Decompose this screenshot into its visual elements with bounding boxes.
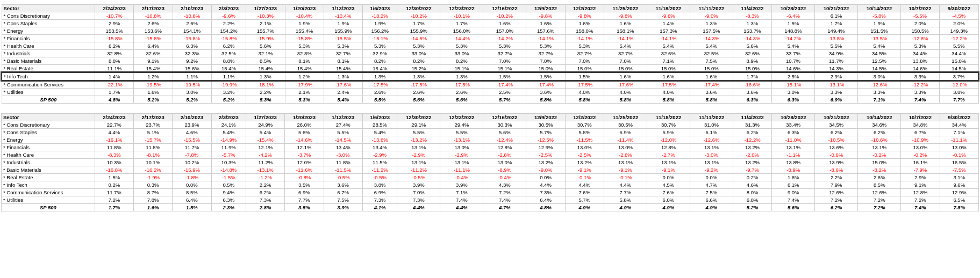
cell-value: 27.4% bbox=[324, 121, 362, 129]
cell-value: -11.5% bbox=[565, 136, 604, 144]
cell-value: 7.4% bbox=[483, 196, 526, 204]
sector-name: * Financials bbox=[2, 35, 95, 42]
cell-value: -0.5% bbox=[324, 174, 362, 181]
cell-value: -6.4% bbox=[772, 12, 815, 20]
cell-value: 6.3% bbox=[211, 196, 246, 204]
cell-value: 11.7% bbox=[173, 144, 211, 151]
cell-value: 6.2% bbox=[211, 42, 246, 50]
cell-value: 1.3% bbox=[246, 72, 285, 81]
cell-value: -12.6% bbox=[900, 35, 939, 42]
cell-value: 3.6% bbox=[690, 89, 733, 96]
cell-value: 13.4% bbox=[324, 144, 362, 151]
table-row: * Cons Staples4.4%5.1%4.6%5.4%5.4%5.6%5.… bbox=[2, 129, 979, 136]
sp500-row: SP 5001.7%1.6%1.5%2.3%2.8%3.5%3.9%4.1%4.… bbox=[2, 204, 979, 211]
cell-value: 16.5% bbox=[940, 159, 978, 166]
sector-name: * Cons Staples bbox=[2, 20, 95, 27]
cell-value: 15.0% bbox=[858, 159, 901, 166]
cell-value: -12.5% bbox=[526, 136, 565, 144]
cell-value: 32.7% bbox=[604, 50, 647, 57]
cell-value: -2.9% bbox=[362, 151, 397, 159]
cell-value: -2.0% bbox=[733, 151, 771, 159]
cell-value: 154.2% bbox=[211, 27, 246, 35]
cell-value: 15.4% bbox=[246, 65, 285, 73]
cell-value: 32.7% bbox=[483, 50, 526, 57]
sp500-cell: 4.7% bbox=[483, 204, 526, 211]
date-header-12/23/2022: 12/23/2022 bbox=[440, 5, 483, 12]
sp500-cell: 6.3% bbox=[733, 96, 771, 104]
sector-name: * Energy bbox=[2, 27, 95, 35]
cell-value: 150.5% bbox=[900, 27, 939, 35]
cell-value: 3.3% bbox=[857, 89, 900, 96]
cell-value: 3.3% bbox=[814, 89, 857, 96]
table-row: * Real Estate11.1%15.4%15.6%15.4%15.4%15… bbox=[2, 65, 978, 73]
cell-value: 33.7% bbox=[772, 50, 815, 57]
cell-value: 151.5% bbox=[857, 27, 900, 35]
cell-value: 149.3% bbox=[940, 27, 978, 35]
cell-value: 10.3% bbox=[211, 159, 246, 166]
sp500-cell: 4.4% bbox=[440, 204, 483, 211]
cell-value: -17.6% bbox=[324, 81, 362, 89]
table-row: * Financials11.8%11.8%11.7%11.9%12.1%12.… bbox=[2, 144, 979, 151]
cell-value: -11.5% bbox=[324, 166, 362, 174]
cell-value: -14.9% bbox=[211, 136, 246, 144]
cell-value: 157.5% bbox=[690, 27, 733, 35]
cell-value: 7.4% bbox=[440, 196, 483, 204]
cell-value: 14.5% bbox=[857, 65, 900, 73]
cell-value: 13.1% bbox=[772, 144, 815, 151]
cell-value: 4.7% bbox=[690, 181, 733, 189]
cell-value: 6.7% bbox=[901, 129, 940, 136]
cell-value: 2.6% bbox=[858, 174, 901, 181]
cell-value: -9.8% bbox=[604, 12, 647, 20]
cell-value: 15.0% bbox=[940, 57, 978, 65]
date-header-2/24/2023: 2/24/2023 bbox=[95, 5, 134, 12]
cell-value: -3.7% bbox=[285, 151, 324, 159]
cell-value: -11.4% bbox=[604, 136, 647, 144]
cell-value: 8.0% bbox=[733, 189, 771, 196]
cell-value: -7.5% bbox=[940, 166, 978, 174]
sp500-cell: 5.2% bbox=[134, 96, 173, 104]
table2: Sector2/24/20232/17/20232/10/20232/3/202… bbox=[1, 113, 979, 211]
cell-value: 3.8% bbox=[940, 89, 978, 96]
cell-value: -5.5% bbox=[900, 12, 939, 20]
table-row: * Industrials10.3%10.1%10.2%10.3%11.2%12… bbox=[2, 159, 979, 166]
cell-value: 1.4% bbox=[647, 20, 690, 27]
cell-value: -1.8% bbox=[173, 174, 211, 181]
cell-value: -15.7% bbox=[133, 136, 172, 144]
cell-value: -15.8% bbox=[134, 35, 173, 42]
cell-value: -15.1% bbox=[363, 35, 397, 42]
cell-value: -19.9% bbox=[211, 81, 246, 89]
sp500-cell: 5.7% bbox=[483, 96, 526, 104]
cell-value: 5.4% bbox=[772, 42, 815, 50]
cell-value: 8.2% bbox=[397, 57, 440, 65]
cell-value: -10.1% bbox=[440, 12, 483, 20]
sp500-cell: 4.9% bbox=[647, 204, 690, 211]
date-header-2/3/2023: 2/3/2023 bbox=[211, 5, 246, 12]
cell-value: 34.5% bbox=[815, 121, 858, 129]
cell-value: -13.1% bbox=[246, 166, 285, 174]
cell-value: 5.4% bbox=[690, 42, 733, 50]
cell-value: 5.3% bbox=[363, 42, 397, 50]
cell-value: 15.2% bbox=[397, 65, 440, 73]
cell-value: 5.4% bbox=[604, 42, 647, 50]
cell-value: 5.8% bbox=[604, 196, 647, 204]
cell-value: 23.7% bbox=[133, 121, 172, 129]
cell-value: 7.3% bbox=[246, 196, 285, 204]
cell-value: 7.0% bbox=[565, 57, 604, 65]
cell-value: -8.3% bbox=[95, 151, 133, 159]
date-header-11/4/2022: 11/4/2022 bbox=[733, 5, 771, 12]
cell-value: 6.2% bbox=[95, 42, 134, 50]
cell-value: -10.4% bbox=[324, 12, 362, 20]
cell-value: 13.0% bbox=[440, 144, 483, 151]
cell-value: 8.7% bbox=[133, 189, 172, 196]
cell-value: -10.3% bbox=[246, 12, 285, 20]
cell-value: -0.1% bbox=[940, 151, 978, 159]
cell-value: 5.8% bbox=[565, 129, 604, 136]
cell-value: -2.8% bbox=[483, 151, 526, 159]
cell-value: 6.2% bbox=[815, 129, 858, 136]
cell-value: 8.9% bbox=[733, 57, 771, 65]
cell-value: -14.2% bbox=[483, 35, 526, 42]
sp500-cell: 4.9% bbox=[565, 204, 604, 211]
cell-value: 153.7% bbox=[733, 27, 771, 35]
cell-value: -4.2% bbox=[246, 151, 285, 159]
cell-value: 13.8% bbox=[900, 57, 939, 65]
